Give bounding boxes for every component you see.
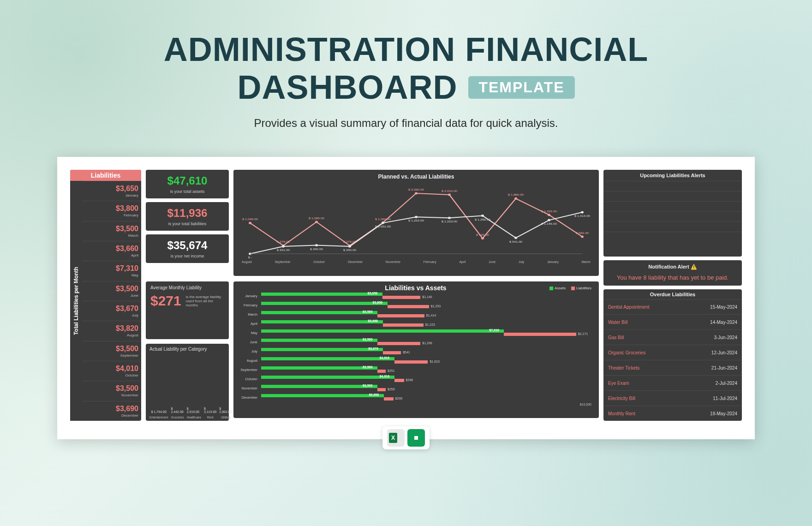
- right-column: Upcoming Liabilities Alerts Notification…: [603, 170, 742, 421]
- svg-text:$ 2,010.00: $ 2,010.00: [442, 190, 457, 192]
- svg-point-13: [315, 244, 318, 246]
- average-liability-panel: Average Monthly Liability $271 is the av…: [146, 281, 229, 339]
- svg-text:$ 251.00: $ 251.00: [277, 249, 290, 251]
- overdue-row: Eye Exam2-Jul-2024: [603, 375, 742, 390]
- svg-text:$ 279.00: $ 279.00: [343, 240, 356, 243]
- svg-point-16: [415, 216, 418, 218]
- hbar-row: July $3,670 $541: [238, 347, 593, 356]
- svg-point-9: [548, 214, 550, 216]
- liab-row: $3,670July: [82, 301, 141, 321]
- kpi-net-income: $35,674 is your net income: [146, 234, 229, 263]
- hbar-row: January $3,650 $1,146: [238, 291, 593, 300]
- svg-point-14: [348, 245, 351, 248]
- svg-point-21: [581, 211, 584, 214]
- hbar-row: March $3,500 $1,414: [238, 310, 593, 319]
- dashboard-card: Liabilities Total Liabilities per Month …: [57, 157, 755, 439]
- svg-point-0: [249, 222, 251, 224]
- planned-vs-actual-chart: Planned vs. Actual Liabilities $ 1,049.0…: [233, 170, 599, 276]
- subtitle: Provides a visual summary of financial d…: [0, 117, 812, 130]
- svg-text:$ 1,325.00: $ 1,325.00: [541, 209, 557, 212]
- svg-point-15: [382, 222, 384, 224]
- svg-text:$ 1,414.00: $ 1,414.00: [574, 215, 590, 217]
- svg-point-2: [315, 221, 318, 223]
- template-badge: TEMPLATE: [468, 76, 574, 99]
- svg-text:$ 290.00: $ 290.00: [310, 247, 323, 250]
- svg-point-8: [514, 197, 517, 200]
- svg-text:$ 1,146.00: $ 1,146.00: [541, 222, 557, 225]
- overdue-row: Electricity Bill11-Jul-2024: [603, 390, 742, 406]
- overdue-row: Organic Groceries12-Jun-2024: [603, 345, 742, 360]
- overdue-row: Gas Bill3-Jun-2024: [603, 329, 742, 345]
- category-bar: $ 1,794.00Entertainment: [149, 410, 168, 419]
- svg-text:$ 1,296.00: $ 1,296.00: [475, 218, 490, 221]
- svg-point-12: [282, 245, 285, 248]
- hbar-row: December $3,690 $290: [238, 393, 593, 402]
- svg-text:$ -: $ -: [248, 256, 252, 258]
- liabilities-vs-assets-chart: Liabilities vs Assets Assets Liabilities…: [233, 281, 599, 418]
- svg-point-20: [548, 219, 550, 221]
- category-bar-chart: Actual Liability per Category $ 1,794.00…: [146, 344, 229, 421]
- liabilities-axis-label: Total Liabilities per Month: [70, 181, 82, 421]
- liab-row: $3,650January: [82, 181, 141, 201]
- hbar-row: October $4,010 $290: [238, 374, 593, 383]
- upcoming-alerts-panel: Upcoming Liabilities Alerts: [603, 170, 742, 257]
- svg-text:$ 525.00: $ 525.00: [476, 233, 489, 236]
- svg-text:$ 250.00: $ 250.00: [343, 249, 356, 251]
- liabilities-by-month-panel: Liabilities Total Liabilities per Month …: [70, 170, 141, 421]
- svg-text:$ 1,223.00: $ 1,223.00: [442, 220, 457, 223]
- sheets-icon[interactable]: [407, 429, 425, 447]
- title-line-2: DASHBOARD: [237, 70, 457, 105]
- notification-panel: Notification Alert ⚠️ You have 8 liabili…: [603, 260, 742, 286]
- overdue-row: Water Bill14-May-2024: [603, 314, 742, 329]
- category-bar: $ 2,519.00Healthcare: [187, 407, 201, 419]
- kpi-total-liabilities: $11,936 is your total liabilities: [146, 202, 229, 231]
- svg-text:$ 1,049.00: $ 1,049.00: [242, 218, 258, 221]
- hbar-row: August $4,010 $1,010: [238, 356, 593, 365]
- overdue-row: Monthly Rent18-May-2024: [603, 406, 742, 421]
- liab-row: $3,500September: [82, 341, 141, 361]
- svg-text:$ 279.00: $ 279.00: [277, 240, 290, 243]
- svg-point-17: [448, 217, 451, 219]
- kpi-total-assets: $47,610 is your total assets: [146, 170, 229, 198]
- svg-text:$ 582.00: $ 582.00: [576, 232, 589, 234]
- liab-row: $3,660April: [82, 241, 141, 261]
- svg-point-7: [481, 237, 484, 239]
- svg-point-6: [448, 194, 451, 196]
- svg-text:$ 1,253.00: $ 1,253.00: [408, 219, 424, 222]
- excel-icon[interactable]: [387, 429, 405, 447]
- hbar-row: February $3,800 $1,253: [238, 300, 593, 310]
- svg-point-19: [514, 237, 517, 239]
- svg-text:$ 1,880.00: $ 1,880.00: [508, 193, 524, 196]
- svg-point-10: [581, 235, 584, 238]
- svg-point-18: [481, 215, 484, 217]
- liab-row: $7,310May: [82, 261, 141, 281]
- liab-row: $3,690December: [82, 401, 141, 421]
- hbar-row: November $3,500 $250: [238, 383, 593, 393]
- category-bar: $ 2,062.00Utilities: [219, 407, 232, 419]
- title-line-1: ADMINISTRATION FINANCIAL: [0, 32, 812, 67]
- overdue-row: Dentist Appointment15-May-2024: [603, 299, 742, 315]
- liab-row: $3,500November: [82, 381, 141, 400]
- liab-row: $3,500March: [82, 221, 141, 241]
- kpi-stack: $47,610 is your total assets $11,936 is …: [146, 170, 229, 277]
- svg-text:$ 541.00: $ 541.00: [509, 240, 522, 243]
- svg-text:$ 1,085.00: $ 1,085.00: [309, 217, 324, 220]
- hbar-row: September $3,500 $251: [238, 365, 593, 374]
- liab-row: $3,820August: [82, 321, 141, 341]
- svg-text:$ 2,060.00: $ 2,060.00: [408, 188, 424, 191]
- app-icons: [382, 426, 430, 449]
- category-bar: $ 3,119.00Rent: [204, 407, 216, 419]
- overdue-row: Theater Tickets21-Jun-2024: [603, 360, 742, 375]
- hbar-row: May $7,310 $2,171: [238, 328, 593, 337]
- svg-point-5: [415, 192, 418, 194]
- hbar-row: April $3,660 $1,223: [238, 319, 593, 328]
- overdue-panel: Overdue Liabilities Dentist Appointment1…: [603, 289, 742, 421]
- svg-text:$ 1,060.00: $ 1,060.00: [375, 217, 391, 220]
- liab-row: $3,800February: [82, 201, 141, 221]
- svg-text:$ 1,051.00: $ 1,051.00: [375, 225, 391, 228]
- liabilities-header: Liabilities: [70, 170, 141, 181]
- liab-row: $4,010October: [82, 361, 141, 381]
- hero: ADMINISTRATION FINANCIAL DASHBOARD TEMPL…: [0, 0, 812, 130]
- category-bar: $ 2,442.00Groceries: [171, 407, 184, 419]
- liab-row: $3,500June: [82, 281, 141, 301]
